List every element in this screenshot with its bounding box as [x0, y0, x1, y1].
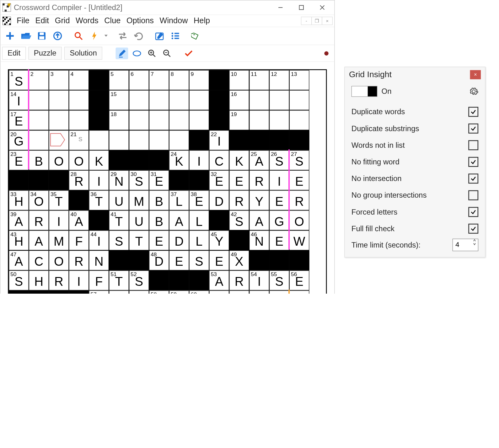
white-cell[interactable]: R — [29, 210, 49, 230]
white-cell[interactable]: 19 — [229, 110, 249, 130]
black-cell[interactable] — [209, 70, 229, 90]
black-cell[interactable] — [29, 291, 49, 294]
white-cell[interactable]: E — [209, 250, 229, 270]
white-cell[interactable] — [69, 90, 89, 110]
white-cell[interactable] — [69, 110, 89, 130]
white-cell[interactable]: R — [49, 270, 69, 291]
white-cell[interactable]: 3 — [49, 70, 69, 90]
white-cell[interactable]: 50S — [9, 270, 29, 291]
white-cell[interactable]: 13 — [289, 70, 309, 90]
white-cell[interactable]: 48D — [149, 250, 169, 270]
white-cell[interactable]: 36T — [89, 190, 109, 210]
white-cell[interactable]: I — [189, 150, 209, 170]
white-cell[interactable]: 9 — [189, 70, 209, 90]
white-cell[interactable]: E — [289, 170, 309, 190]
white-cell[interactable]: 20G — [9, 130, 29, 150]
swap-button[interactable] — [115, 29, 130, 42]
black-cell[interactable] — [49, 291, 69, 294]
close-button[interactable] — [312, 3, 333, 12]
white-cell[interactable]: Y — [249, 190, 269, 210]
white-cell[interactable]: O — [289, 210, 309, 230]
checkbox[interactable] — [468, 173, 478, 184]
black-cell[interactable] — [69, 190, 89, 210]
white-cell[interactable]: 49X — [229, 250, 249, 270]
white-cell[interactable]: H — [29, 270, 49, 291]
clue-list-button[interactable] — [168, 29, 182, 42]
white-cell[interactable]: 7 — [149, 70, 169, 90]
white-cell[interactable]: 16 — [229, 90, 249, 110]
black-cell[interactable] — [289, 250, 309, 270]
white-cell[interactable]: K — [229, 150, 249, 170]
checkbox[interactable] — [468, 207, 478, 217]
undo-button[interactable] — [131, 29, 146, 42]
option-forced-letters[interactable]: Forced letters — [351, 204, 478, 220]
white-cell[interactable]: 39A — [9, 210, 29, 230]
black-cell[interactable] — [209, 90, 229, 110]
black-cell[interactable] — [129, 150, 149, 170]
white-cell[interactable]: T — [269, 291, 289, 294]
white-cell[interactable]: L — [189, 210, 209, 230]
gear-icon[interactable] — [469, 87, 478, 96]
black-cell[interactable] — [189, 130, 209, 150]
black-cell[interactable] — [169, 270, 189, 291]
black-cell[interactable] — [89, 90, 109, 110]
white-cell[interactable]: K — [89, 150, 109, 170]
black-cell[interactable] — [229, 230, 249, 250]
white-cell[interactable]: 32E — [209, 170, 229, 190]
white-cell[interactable]: 17E — [9, 110, 29, 130]
time-limit-input[interactable] — [453, 240, 472, 249]
white-cell[interactable]: 37L — [169, 190, 189, 210]
tab-puzzle[interactable]: Puzzle — [28, 47, 62, 60]
white-cell[interactable]: E — [229, 170, 249, 190]
white-cell[interactable]: 56E — [289, 270, 309, 291]
white-cell[interactable]: I — [69, 270, 89, 291]
autofill-button[interactable] — [87, 29, 101, 42]
white-cell[interactable]: I — [269, 170, 289, 190]
black-cell[interactable] — [189, 270, 209, 291]
white-cell[interactable]: O — [69, 150, 89, 170]
white-cell[interactable]: 51T — [109, 270, 129, 291]
white-cell[interactable] — [169, 110, 189, 130]
white-cell[interactable]: R — [229, 270, 249, 291]
edit-clue-button[interactable] — [152, 29, 166, 42]
white-cell[interactable]: 24K — [169, 150, 189, 170]
search-button[interactable] — [71, 29, 85, 42]
white-cell[interactable]: R — [249, 170, 269, 190]
black-cell[interactable] — [29, 170, 49, 190]
white-cell[interactable]: C — [29, 250, 49, 270]
white-cell[interactable]: 35T — [49, 190, 69, 210]
white-cell[interactable]: R — [69, 250, 89, 270]
mdi-minimize-button[interactable]: - — [301, 17, 312, 25]
white-cell[interactable]: 31E — [149, 170, 169, 190]
checkbox[interactable] — [468, 140, 478, 150]
white-cell[interactable]: A — [29, 230, 49, 250]
new-button[interactable] — [3, 29, 17, 42]
white-cell[interactable]: U — [129, 210, 149, 230]
white-cell[interactable]: E — [269, 190, 289, 210]
checkbox[interactable] — [468, 124, 478, 134]
white-cell[interactable]: F — [89, 270, 109, 291]
black-cell[interactable] — [169, 170, 189, 190]
white-cell[interactable]: 10 — [229, 70, 249, 90]
white-cell[interactable]: 55S — [269, 270, 289, 291]
white-cell[interactable]: E — [209, 291, 229, 294]
option-no-fitting-word[interactable]: No fitting word — [351, 153, 478, 170]
white-cell[interactable] — [29, 90, 49, 110]
white-cell[interactable]: 34O — [29, 190, 49, 210]
black-cell[interactable] — [69, 291, 89, 294]
white-cell[interactable] — [129, 110, 149, 130]
open-button[interactable] — [19, 29, 33, 42]
white-cell[interactable]: U — [109, 190, 129, 210]
white-cell[interactable]: R — [289, 190, 309, 210]
black-cell[interactable] — [89, 110, 109, 130]
black-cell[interactable] — [49, 170, 69, 190]
white-cell[interactable]: 46N — [249, 230, 269, 250]
white-cell[interactable]: E — [169, 250, 189, 270]
white-cell[interactable]: 42S — [229, 210, 249, 230]
black-cell[interactable] — [209, 210, 229, 230]
white-cell[interactable]: 43H — [9, 230, 29, 250]
white-cell[interactable]: F — [69, 230, 89, 250]
black-cell[interactable] — [189, 170, 209, 190]
black-cell[interactable] — [249, 250, 269, 270]
white-cell[interactable]: D — [209, 190, 229, 210]
